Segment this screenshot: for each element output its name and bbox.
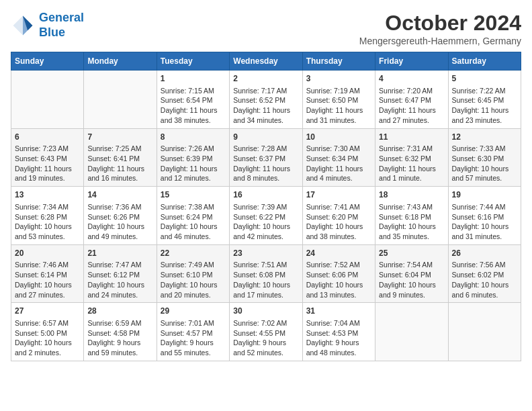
cell-text: Sunset: 6:50 PM bbox=[306, 95, 371, 105]
cell-text: Sunset: 6:26 PM bbox=[87, 212, 152, 222]
cell-text: Sunrise: 7:43 AM bbox=[379, 202, 444, 212]
cell-text: Sunset: 6:54 PM bbox=[161, 95, 226, 105]
cell-text: Sunrise: 7:52 AM bbox=[306, 260, 371, 270]
cell-text: Sunset: 6:39 PM bbox=[161, 154, 226, 164]
cell-text: Sunrise: 7:25 AM bbox=[87, 144, 152, 154]
cell-text: Sunrise: 7:31 AM bbox=[379, 144, 444, 154]
title-block: October 2024 Mengersgereuth-Haemmern, Ge… bbox=[359, 11, 521, 46]
calendar-cell bbox=[84, 71, 157, 129]
day-number: 6 bbox=[15, 132, 80, 143]
calendar-cell: 15Sunrise: 7:38 AMSunset: 6:24 PMDayligh… bbox=[157, 187, 229, 245]
calendar-cell: 14Sunrise: 7:36 AMSunset: 6:26 PMDayligh… bbox=[84, 187, 157, 245]
calendar-cell: 11Sunrise: 7:31 AMSunset: 6:32 PMDayligh… bbox=[375, 128, 448, 187]
cell-text: Sunset: 6:08 PM bbox=[233, 270, 298, 280]
calendar-cell: 10Sunrise: 7:30 AMSunset: 6:34 PMDayligh… bbox=[302, 128, 375, 187]
col-header-wednesday: Wednesday bbox=[230, 52, 302, 71]
day-number: 28 bbox=[87, 306, 152, 317]
cell-text: Sunset: 6:06 PM bbox=[306, 270, 371, 280]
cell-text: Daylight: 9 hours and 52 minutes. bbox=[233, 338, 298, 357]
cell-text: Sunrise: 7:23 AM bbox=[15, 144, 80, 154]
cell-text: Sunset: 6:10 PM bbox=[161, 270, 226, 280]
cell-text: Sunrise: 7:19 AM bbox=[306, 86, 371, 96]
calendar-cell: 13Sunrise: 7:34 AMSunset: 6:28 PMDayligh… bbox=[11, 187, 84, 245]
calendar-cell: 4Sunrise: 7:20 AMSunset: 6:47 PMDaylight… bbox=[375, 71, 448, 129]
cell-text: Sunrise: 7:47 AM bbox=[87, 260, 152, 270]
cell-text: Daylight: 11 hours and 38 minutes. bbox=[161, 105, 226, 125]
col-header-thursday: Thursday bbox=[302, 52, 375, 71]
day-number: 15 bbox=[161, 189, 226, 201]
logo-line2: Blue bbox=[39, 26, 65, 39]
cell-text: Sunset: 6:43 PM bbox=[15, 154, 80, 164]
cell-text: Daylight: 9 hours and 48 minutes. bbox=[306, 338, 371, 357]
col-header-friday: Friday bbox=[375, 52, 448, 71]
cell-text: Daylight: 10 hours and 53 minutes. bbox=[15, 222, 80, 241]
cell-text: Daylight: 10 hours and 35 minutes. bbox=[379, 222, 444, 241]
cell-text: Daylight: 11 hours and 27 minutes. bbox=[379, 105, 444, 125]
calendar-cell: 28Sunrise: 6:59 AMSunset: 4:58 PMDayligh… bbox=[84, 303, 157, 361]
day-number: 18 bbox=[379, 189, 444, 201]
cell-text: Daylight: 10 hours and 17 minutes. bbox=[233, 280, 298, 300]
page-header: General Blue October 2024 Mengersgereuth… bbox=[11, 11, 521, 46]
calendar-cell: 19Sunrise: 7:44 AMSunset: 6:16 PMDayligh… bbox=[448, 187, 521, 245]
cell-text: Sunset: 6:30 PM bbox=[452, 154, 517, 164]
cell-text: Daylight: 11 hours and 16 minutes. bbox=[87, 164, 152, 183]
day-number: 4 bbox=[379, 73, 444, 85]
cell-text: Daylight: 10 hours and 9 minutes. bbox=[379, 280, 444, 300]
calendar-cell: 2Sunrise: 7:17 AMSunset: 6:52 PMDaylight… bbox=[230, 71, 302, 129]
cell-text: Sunset: 6:12 PM bbox=[87, 270, 152, 280]
cell-text: Daylight: 11 hours and 34 minutes. bbox=[233, 105, 298, 125]
cell-text: Daylight: 10 hours and 2 minutes. bbox=[15, 338, 80, 357]
cell-text: Daylight: 10 hours and 31 minutes. bbox=[452, 222, 517, 241]
calendar-header: SundayMondayTuesdayWednesdayThursdayFrid… bbox=[11, 52, 521, 71]
calendar-cell: 27Sunrise: 6:57 AMSunset: 5:00 PMDayligh… bbox=[11, 303, 84, 361]
calendar-cell: 18Sunrise: 7:43 AMSunset: 6:18 PMDayligh… bbox=[375, 187, 448, 245]
cell-text: Sunrise: 7:15 AM bbox=[161, 86, 226, 96]
cell-text: Sunset: 6:18 PM bbox=[379, 212, 444, 222]
day-number: 23 bbox=[233, 248, 298, 259]
cell-text: Sunset: 6:28 PM bbox=[15, 212, 80, 222]
cell-text: Daylight: 11 hours and 1 minute. bbox=[379, 164, 444, 183]
day-number: 31 bbox=[306, 306, 371, 317]
month-title: October 2024 bbox=[359, 11, 521, 36]
cell-text: Daylight: 10 hours and 20 minutes. bbox=[161, 280, 226, 300]
day-number: 29 bbox=[161, 306, 226, 317]
cell-text: Daylight: 11 hours and 12 minutes. bbox=[161, 164, 226, 183]
cell-text: Daylight: 10 hours and 13 minutes. bbox=[306, 280, 371, 300]
cell-text: Sunrise: 7:02 AM bbox=[233, 318, 298, 328]
day-number: 14 bbox=[87, 189, 152, 201]
calendar-cell: 12Sunrise: 7:33 AMSunset: 6:30 PMDayligh… bbox=[448, 128, 521, 187]
calendar-cell: 9Sunrise: 7:28 AMSunset: 6:37 PMDaylight… bbox=[230, 128, 302, 187]
cell-text: Sunrise: 7:17 AM bbox=[233, 86, 298, 96]
calendar-cell: 1Sunrise: 7:15 AMSunset: 6:54 PMDaylight… bbox=[157, 71, 229, 129]
cell-text: Daylight: 11 hours and 8 minutes. bbox=[233, 164, 298, 183]
cell-text: Sunrise: 7:04 AM bbox=[306, 318, 371, 328]
day-number: 8 bbox=[161, 132, 226, 143]
cell-text: Sunset: 6:37 PM bbox=[233, 154, 298, 164]
calendar-table: SundayMondayTuesdayWednesdayThursdayFrid… bbox=[11, 52, 521, 361]
cell-text: Daylight: 11 hours and 19 minutes. bbox=[15, 164, 80, 183]
location: Mengersgereuth-Haemmern, Germany bbox=[359, 36, 521, 46]
cell-text: Sunset: 6:52 PM bbox=[233, 95, 298, 105]
day-number: 11 bbox=[379, 132, 444, 143]
cell-text: Sunset: 5:00 PM bbox=[15, 328, 80, 338]
cell-text: Sunrise: 6:59 AM bbox=[87, 318, 152, 328]
cell-text: Sunset: 6:22 PM bbox=[233, 212, 298, 222]
week-row-3: 13Sunrise: 7:34 AMSunset: 6:28 PMDayligh… bbox=[11, 187, 521, 245]
calendar-cell: 31Sunrise: 7:04 AMSunset: 4:53 PMDayligh… bbox=[302, 303, 375, 361]
cell-text: Sunset: 6:34 PM bbox=[306, 154, 371, 164]
calendar-cell: 21Sunrise: 7:47 AMSunset: 6:12 PMDayligh… bbox=[84, 244, 157, 303]
cell-text: Sunset: 4:53 PM bbox=[306, 328, 371, 338]
calendar-cell: 25Sunrise: 7:54 AMSunset: 6:04 PMDayligh… bbox=[375, 244, 448, 303]
cell-text: Sunrise: 7:49 AM bbox=[161, 260, 226, 270]
calendar-cell: 30Sunrise: 7:02 AMSunset: 4:55 PMDayligh… bbox=[230, 303, 302, 361]
cell-text: Sunset: 6:20 PM bbox=[306, 212, 371, 222]
day-number: 1 bbox=[161, 73, 226, 85]
cell-text: Sunset: 4:55 PM bbox=[233, 328, 298, 338]
cell-text: Sunset: 6:32 PM bbox=[379, 154, 444, 164]
cell-text: Daylight: 10 hours and 6 minutes. bbox=[452, 280, 517, 300]
cell-text: Sunrise: 7:41 AM bbox=[306, 202, 371, 212]
calendar-cell bbox=[375, 303, 448, 361]
day-number: 2 bbox=[233, 73, 298, 85]
cell-text: Sunset: 4:58 PM bbox=[87, 328, 152, 338]
day-number: 30 bbox=[233, 306, 298, 317]
